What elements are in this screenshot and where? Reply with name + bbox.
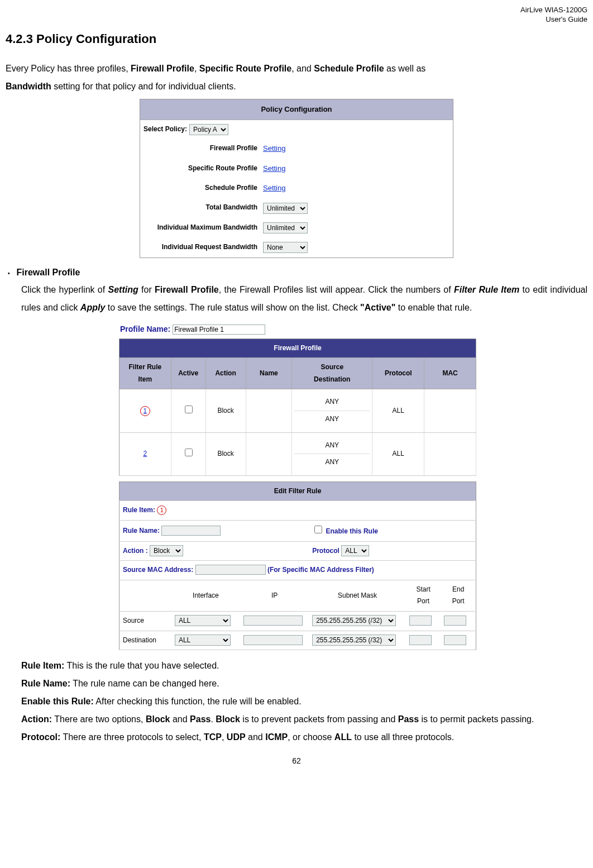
action-cell: Block — [205, 432, 246, 475]
policy-config-figure: Policy Configuration Select Policy: Poli… — [6, 99, 587, 257]
rule-name-label: Rule Name: — [123, 527, 160, 535]
ind-req-bandwidth-select[interactable]: None — [263, 242, 308, 253]
select-policy-dropdown[interactable]: Policy A — [189, 124, 228, 135]
dest-interface-select[interactable]: ALL — [175, 635, 231, 646]
profile-name-input[interactable] — [173, 325, 265, 335]
table-row: 1 Block ANYANY ALL — [119, 389, 476, 432]
edit-filter-rule-title: Edit Filter Rule — [119, 481, 476, 501]
ind-max-bandwidth-label: Individual Maximum Bandwidth — [146, 222, 263, 234]
definitions-block: Rule Item: This is the rule that you hav… — [21, 657, 587, 746]
col-end-port: End Port — [441, 580, 476, 611]
rule-name-input[interactable] — [161, 526, 221, 536]
source-mac-label: Source MAC Address: — [123, 566, 193, 574]
destination-row-label: Destination — [119, 631, 171, 650]
rule-item-value: 1 — [157, 505, 166, 515]
col-mask: Subnet Mask — [309, 580, 406, 611]
protocol-cell: ALL — [372, 389, 424, 432]
source-end-port-input[interactable] — [444, 616, 466, 626]
policy-config-title: Policy Configuration — [140, 99, 453, 120]
action-label: Action : — [123, 547, 148, 555]
col-filter-rule-item: Filter Rule Item — [119, 358, 171, 389]
active-checkbox-1[interactable] — [185, 406, 193, 413]
name-cell — [246, 389, 291, 432]
action-cell: Block — [205, 389, 246, 432]
ind-max-bandwidth-select[interactable]: Unlimited — [263, 222, 308, 233]
col-active: Active — [171, 358, 205, 389]
table-row: 2 Block ANYANY ALL — [119, 432, 476, 475]
active-checkbox-2[interactable] — [185, 449, 193, 456]
dest-start-port-input[interactable] — [409, 635, 432, 645]
total-bandwidth-select[interactable]: Unlimited — [263, 203, 308, 214]
name-cell — [246, 432, 291, 475]
header-line2: User's Guide — [546, 15, 587, 23]
rule-item-link-2[interactable]: 2 — [144, 450, 147, 457]
protocol-cell: ALL — [372, 432, 424, 475]
source-mask-select[interactable]: 255.255.255.255 (/32) — [312, 615, 396, 626]
protocol-label: Protocol — [312, 547, 339, 555]
specific-route-setting-link[interactable]: Setting — [263, 164, 285, 173]
select-policy-label: Select Policy: — [144, 123, 187, 136]
ind-req-bandwidth-label: Individual Request Bandwidth — [146, 241, 263, 254]
col-mac: MAC — [424, 358, 476, 389]
source-mac-input[interactable] — [195, 565, 266, 575]
policy-select-row: Select Policy: Policy A — [140, 120, 453, 139]
col-name: Name — [246, 358, 291, 389]
enable-rule-label: Enable this Rule — [326, 527, 378, 535]
dest-end-port-input[interactable] — [444, 635, 466, 645]
protocol-select[interactable]: ALL — [341, 545, 369, 556]
firewall-profile-table: Firewall Profile Filter Rule Item Active… — [119, 338, 476, 476]
specific-route-profile-label: Specific Route Profile — [146, 163, 263, 175]
intro-paragraph: Every Policy has three profiles, Firewal… — [6, 60, 587, 96]
schedule-profile-label: Schedule Profile — [146, 182, 263, 194]
dest-mask-select[interactable]: 255.255.255.255 (/32) — [312, 635, 396, 646]
mac-cell — [424, 432, 476, 475]
srcdst-cell: ANYANY — [292, 432, 372, 475]
col-action: Action — [205, 358, 246, 389]
profile-name-row: Profile Name: — [119, 320, 476, 338]
col-ip: IP — [240, 580, 309, 611]
col-interface: Interface — [171, 580, 240, 611]
srcdst-cell: ANYANY — [292, 389, 372, 432]
rule-item-link-1[interactable]: 1 — [140, 406, 150, 416]
section-title: 4.2.3 Policy Configuration — [6, 28, 587, 50]
page-number: 62 — [6, 754, 587, 768]
action-select[interactable]: Block — [150, 545, 183, 556]
source-row-label: Source — [119, 612, 171, 631]
firewall-profile-description: Click the hyperlink of Setting for Firew… — [21, 281, 587, 317]
edit-filter-rule-panel: Edit Filter Rule Rule Item: 1 Rule Name:… — [119, 481, 476, 650]
enable-rule-checkbox[interactable] — [314, 526, 322, 533]
col-start-port: Start Port — [406, 580, 441, 611]
header-line1: AirLive WIAS-1200G — [520, 6, 587, 14]
source-start-port-input[interactable] — [409, 616, 432, 626]
firewall-profile-label: Firewall Profile — [146, 142, 263, 155]
rule-item-label: Rule Item: — [123, 506, 155, 514]
mac-cell — [424, 389, 476, 432]
schedule-profile-setting-link[interactable]: Setting — [263, 184, 285, 192]
col-protocol: Protocol — [372, 358, 424, 389]
source-ip-input[interactable] — [243, 616, 303, 626]
mac-filter-note: (For Specific MAC Address Filter) — [267, 566, 374, 574]
page-header: AirLive WIAS-1200G User's Guide — [6, 6, 587, 25]
dest-ip-input[interactable] — [243, 635, 303, 645]
firewall-profile-heading: Firewall Profile — [17, 268, 80, 277]
firewall-profile-setting-link[interactable]: Setting — [263, 144, 285, 152]
source-interface-select[interactable]: ALL — [175, 615, 231, 626]
col-src-dst: Source Destination — [292, 358, 372, 389]
firewall-profile-table-title: Firewall Profile — [119, 338, 476, 358]
total-bandwidth-label: Total Bandwidth — [146, 202, 263, 214]
